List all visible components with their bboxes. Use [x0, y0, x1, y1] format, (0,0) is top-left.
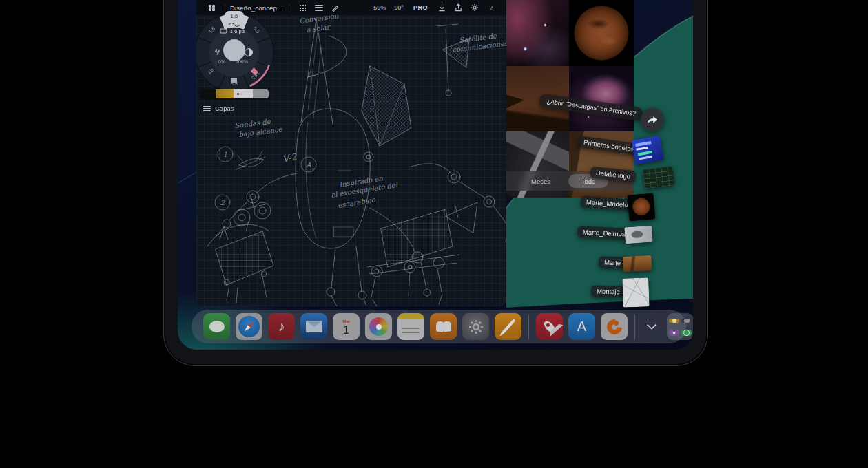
pen-tool-icon[interactable]: [330, 2, 341, 13]
tab-meses[interactable]: Meses: [531, 178, 550, 185]
brush-size-knob[interactable]: [223, 39, 245, 61]
segment-value-bottom: 8,9: [231, 81, 238, 86]
ipad-screen: Conversión a solar Satélite de comunicac…: [178, 0, 693, 350]
forward-share-button[interactable]: [641, 108, 664, 131]
calendar-day: 1: [343, 324, 349, 336]
dock-app-notes[interactable]: [397, 313, 424, 340]
recent-app-star-icon[interactable]: ★: [669, 330, 679, 336]
swatch-marker-dot: [237, 93, 239, 95]
drag-thumb-primeros-bocetos[interactable]: [631, 136, 664, 165]
recent-app-dial-icon[interactable]: [681, 330, 692, 336]
dock-collapse-button[interactable]: [642, 313, 661, 340]
drag-thumb-marte-deimos[interactable]: [624, 226, 653, 244]
dock-app-appstore[interactable]: A: [568, 313, 595, 340]
photo-horsehead-nebula[interactable]: [506, 0, 569, 66]
dock-app-music[interactable]: ♪: [268, 313, 295, 340]
document-title[interactable]: Diseño_concep…: [230, 4, 284, 12]
annotation-number-2: 2: [220, 199, 225, 206]
annotation-number-1: 1: [223, 151, 227, 158]
settings-gear-icon: [468, 319, 484, 335]
dock-recent-apps-group[interactable]: ★: [667, 313, 693, 340]
dock-divider: [634, 315, 635, 339]
dock-app-sketch[interactable]: [495, 313, 521, 340]
annotation-inspirado-3: escarabajo: [338, 195, 377, 210]
brush-radial-widget[interactable]: 1,6 1,5 5,5 8,9 14,5 Ab: [196, 11, 279, 97]
color-c-icon: [603, 316, 625, 337]
swatch-gold[interactable]: [216, 89, 235, 98]
dock-app-photos[interactable]: [365, 313, 392, 340]
dock-app-color[interactable]: [601, 313, 628, 340]
swatch-light[interactable]: [234, 89, 253, 98]
dock-app-rocket[interactable]: [536, 313, 563, 340]
recent-app-camera-icon[interactable]: [681, 319, 692, 323]
notes-lines-icon: [402, 325, 420, 336]
pen-icon: [501, 319, 515, 334]
drag-thumb-marte[interactable]: [622, 255, 652, 272]
dock-app-books[interactable]: [430, 313, 457, 340]
brush-size-label: 1,6 pts: [230, 28, 246, 34]
swatch-gray[interactable]: [253, 89, 269, 98]
toolbar-separator: [225, 4, 225, 12]
opacity-max: 100%: [236, 59, 248, 64]
dock: ♪ Mar 1 A: [192, 310, 686, 343]
dock-app-mail[interactable]: [300, 313, 327, 340]
layers-icon[interactable]: [313, 2, 324, 13]
help-button[interactable]: ?: [486, 2, 497, 13]
chevron-down-icon: [647, 320, 657, 330]
rotation-value[interactable]: 90°: [394, 4, 404, 11]
books-open-book-icon: [436, 321, 451, 332]
layers-label: Capas: [215, 105, 234, 112]
dock-divider: [528, 315, 529, 339]
dock-app-calendar[interactable]: Mar 1: [333, 313, 360, 340]
color-swatch-bar[interactable]: [200, 89, 269, 98]
drag-thumb-marte-modelo[interactable]: [627, 193, 655, 221]
settings-gear-icon[interactable]: [469, 2, 480, 13]
toolbar-separator: [289, 4, 289, 12]
swatch-black[interactable]: [200, 89, 216, 98]
ipad-device: Conversión a solar Satélite de comunicac…: [163, 0, 708, 366]
drag-item-label[interactable]: Montaje: [591, 286, 626, 298]
layers-panel-toggle[interactable]: Capas: [203, 105, 234, 112]
dock-app-safari[interactable]: [236, 313, 262, 340]
drag-thumb-detalle-logo[interactable]: [642, 166, 674, 189]
rover-sketch: [207, 202, 477, 306]
drone-sketches: [215, 147, 316, 231]
music-note-icon: ♪: [278, 319, 285, 334]
rocket-icon: [542, 319, 557, 334]
drawing-app-window: Conversión a solar Satélite de comunicac…: [196, 0, 506, 306]
messages-bubble-icon: [209, 321, 225, 332]
selected-brush-value: 1,6: [230, 13, 238, 19]
share-icon[interactable]: [453, 2, 464, 13]
calendar-month: Mar: [342, 319, 350, 324]
dock-app-messages[interactable]: [203, 313, 230, 340]
layers-menu-icon: [203, 106, 211, 111]
annotation-conversion-2: a solar: [306, 23, 332, 34]
photos-flower-icon: [369, 317, 388, 336]
appstore-a-icon: A: [577, 319, 586, 334]
download-icon[interactable]: [436, 2, 447, 13]
opacity-min: 0%: [218, 59, 225, 64]
photo-mars-planet[interactable]: [569, 0, 634, 66]
pro-badge: PRO: [413, 4, 428, 11]
dock-app-settings[interactable]: [462, 313, 489, 340]
drag-thumb-montaje[interactable]: [622, 277, 649, 307]
zoom-level[interactable]: 59%: [373, 4, 386, 11]
shapes-grid-icon[interactable]: [297, 2, 308, 13]
mail-envelope-icon: [306, 321, 322, 332]
recent-app-bulb-icon[interactable]: [669, 319, 679, 323]
forward-arrow-icon: [646, 115, 659, 125]
annotation-letter-a: A: [305, 161, 311, 169]
stage: Conversión a solar Satélite de comunicac…: [0, 0, 868, 468]
safari-compass-icon: [238, 316, 260, 337]
